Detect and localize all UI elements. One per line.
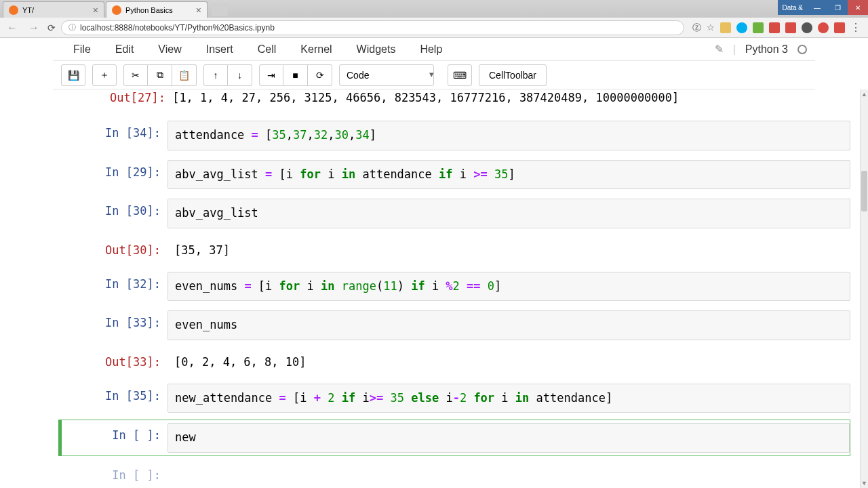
close-window-icon[interactable]: ✕: [848, 0, 868, 15]
jupyter-app: File Edit View Insert Cell Kernel Widget…: [0, 38, 868, 488]
tab-title: YT/: [22, 6, 34, 14]
reload-icon[interactable]: ⟳: [47, 22, 56, 33]
zoom-icon[interactable]: ⓩ: [692, 22, 701, 34]
menu-widgets[interactable]: Widgets: [344, 39, 408, 60]
output-text: [0, 2, 4, 6, 8, 10]: [167, 350, 850, 374]
window-controls: Data & — ❐ ✕: [778, 0, 868, 18]
ext-icon[interactable]: [753, 22, 764, 33]
code-input[interactable]: new_attendance = [i + 2 if i>= 35 else i…: [167, 384, 850, 413]
ext-icon[interactable]: [818, 22, 829, 33]
cell-type-select[interactable]: Code: [339, 64, 434, 86]
info-icon: ⓘ: [68, 22, 76, 33]
url-text: localhost:8888/notebooks/YT/Python%20Bas…: [80, 23, 275, 33]
close-tab-icon[interactable]: ×: [196, 5, 201, 16]
code-input[interactable]: new: [167, 423, 850, 453]
jupyter-favicon-icon: [9, 5, 18, 15]
in-prompt: In [ ]:: [62, 463, 167, 482]
menu-edit[interactable]: Edit: [103, 39, 146, 60]
new-tab-button[interactable]: [212, 3, 228, 16]
code-cell[interactable]: In [33]: even_nums: [62, 308, 850, 343]
in-prompt: In [ ]:: [62, 423, 167, 453]
browser-tab[interactable]: YT/ ×: [3, 1, 104, 18]
back-icon[interactable]: ←: [4, 22, 20, 34]
code-input[interactable]: even_nums = [i for i in range(11) if i %…: [167, 272, 850, 302]
scroll-up-icon[interactable]: ▲: [861, 89, 868, 99]
vertical-scrollbar[interactable]: ▲ ▼: [860, 89, 868, 488]
kernel-name: Python 3: [745, 43, 788, 56]
menu-view[interactable]: View: [146, 39, 193, 60]
output-truncated: Out[27]: [1, 1, 4, 27, 256, 3125, 46656,…: [62, 91, 850, 104]
ext-icon[interactable]: [802, 22, 812, 33]
cell-toolbar-button[interactable]: CellToolbar: [479, 64, 547, 86]
menubar: File Edit View Insert Cell Kernel Widget…: [53, 38, 815, 61]
code-cell[interactable]: In [30]: abv_avg_list: [62, 196, 850, 231]
minimize-icon[interactable]: —: [807, 0, 827, 15]
code-input[interactable]: even_nums: [167, 310, 850, 340]
scroll-thumb[interactable]: [861, 171, 867, 211]
save-button[interactable]: 💾: [61, 64, 85, 86]
stop-button[interactable]: ■: [283, 64, 308, 86]
ext-icon[interactable]: [720, 22, 731, 33]
forward-icon[interactable]: →: [26, 22, 42, 34]
jupyter-favicon-icon: [112, 5, 121, 15]
notebook-scroll[interactable]: Out[27]: [1, 1, 4, 27, 256, 3125, 46656,…: [53, 89, 860, 488]
maximize-icon[interactable]: ❐: [827, 0, 848, 15]
menu-kernel[interactable]: Kernel: [288, 39, 344, 60]
ext-icon[interactable]: [785, 22, 796, 33]
ext-icon[interactable]: [834, 22, 845, 33]
code-cell[interactable]: In [35]: new_attendance = [i + 2 if i>= …: [62, 381, 850, 416]
cut-button[interactable]: ✂: [123, 64, 148, 86]
in-prompt: In [33]:: [62, 310, 167, 340]
code-cell-selected[interactable]: In [ ]: new: [58, 420, 850, 456]
in-prompt: In [34]:: [62, 121, 167, 150]
command-palette-button[interactable]: ⌨: [448, 64, 472, 86]
code-cell[interactable]: In [34]: attendance = [35,37,32,30,34]: [62, 118, 850, 153]
kernel-status-icon[interactable]: [797, 45, 807, 54]
skype-icon[interactable]: [736, 22, 747, 33]
code-cell[interactable]: In [ ]:: [62, 460, 850, 485]
run-button[interactable]: ⇥: [259, 64, 283, 86]
output-cell: Out[30]: [35, 37]: [62, 235, 850, 265]
browser-tab-strip: YT/ × Python Basics × Data & — ❐ ✕: [0, 0, 868, 18]
close-tab-icon[interactable]: ×: [93, 5, 98, 16]
move-down-button[interactable]: ↓: [228, 64, 252, 86]
url-input[interactable]: ⓘ localhost:8888/notebooks/YT/Python%20B…: [61, 20, 684, 35]
ext-icon[interactable]: [769, 22, 780, 33]
star-icon[interactable]: ☆: [707, 22, 715, 33]
in-prompt: In [29]:: [62, 160, 167, 190]
out-prompt: Out[33]:: [62, 350, 167, 374]
code-input[interactable]: abv_avg_list = [i for i in attendance if…: [167, 160, 850, 190]
add-cell-button[interactable]: ＋: [92, 64, 117, 86]
code-input[interactable]: attendance = [35,37,32,30,34]: [167, 121, 850, 150]
menu-help[interactable]: Help: [408, 39, 454, 60]
move-up-button[interactable]: ↑: [203, 64, 228, 86]
code-cell[interactable]: In [32]: even_nums = [i for i in range(1…: [62, 269, 850, 304]
separator: |: [733, 43, 736, 56]
code-cell[interactable]: In [29]: abv_avg_list = [i for i in atte…: [62, 157, 850, 192]
code-input[interactable]: abv_avg_list: [167, 199, 850, 228]
data-button[interactable]: Data &: [778, 0, 807, 15]
notebook: Out[27]: [1, 1, 4, 27, 256, 3125, 46656,…: [53, 89, 860, 488]
in-prompt: In [35]:: [62, 384, 167, 413]
menu-file[interactable]: File: [61, 39, 103, 60]
in-prompt: In [30]:: [62, 199, 167, 228]
output-text: [35, 37]: [167, 238, 850, 262]
output-cell: Out[33]: [0, 2, 4, 6, 8, 10]: [62, 347, 850, 377]
address-bar: ← → ⟳ ⓘ localhost:8888/notebooks/YT/Pyth…: [0, 18, 868, 38]
menu-icon[interactable]: ⋮: [850, 21, 861, 34]
address-bar-actions: ⓩ ☆ ⋮: [690, 21, 864, 34]
scroll-down-icon[interactable]: ▼: [861, 479, 868, 488]
in-prompt: In [32]:: [62, 272, 167, 302]
copy-button[interactable]: ⧉: [148, 64, 172, 86]
edit-icon[interactable]: ✎: [715, 43, 724, 56]
paste-button[interactable]: 📋: [172, 64, 197, 86]
browser-tab-active[interactable]: Python Basics ×: [106, 1, 208, 18]
tab-title: Python Basics: [125, 6, 173, 14]
out-prompt: Out[30]:: [62, 238, 167, 262]
menu-insert[interactable]: Insert: [194, 39, 245, 60]
toolbar: 💾 ＋ ✂ ⧉ 📋 ↑ ↓ ⇥ ■ ⟳ Code ⌨ CellToolbar: [53, 61, 815, 89]
menu-cell[interactable]: Cell: [245, 39, 289, 60]
restart-button[interactable]: ⟳: [308, 64, 332, 86]
